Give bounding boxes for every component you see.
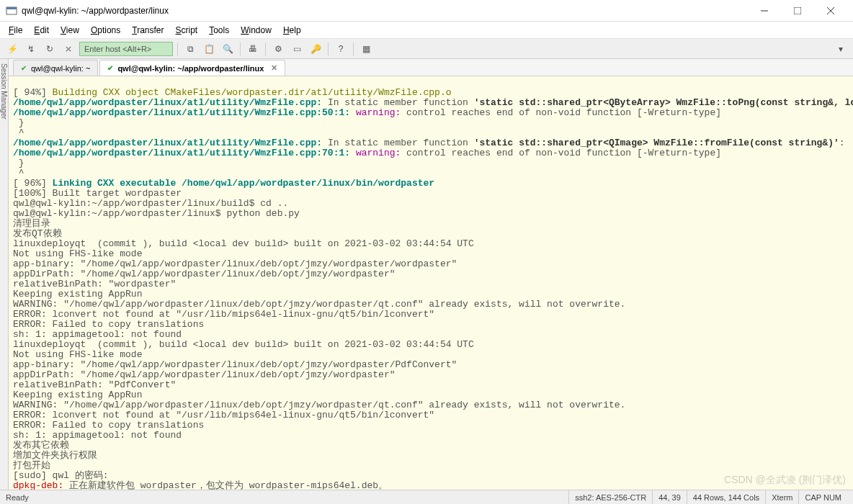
paste-icon[interactable]: 📋	[201, 41, 217, 57]
toolbar: ⚡ ↯ ↻ ⤫ Enter host <Alt+R> ⧉ 📋 🔍 🖶 ⚙ ▭ 🔑…	[0, 39, 853, 59]
menu-tools[interactable]: Tools	[209, 25, 229, 35]
title-bar: qwl@qwl-kylin: ~/app/wordpaster/linux	[0, 0, 853, 22]
svg-rect-1	[6, 7, 17, 9]
tab-session-2[interactable]: ✔ qwl@qwl-kylin: ~/app/wordpaster/linux …	[99, 60, 285, 76]
copy-icon[interactable]: ⧉	[182, 41, 198, 57]
tab-label: qwl@qwl-kylin: ~	[31, 64, 90, 73]
app-icon	[6, 5, 17, 17]
status-ready: Ready	[6, 493, 29, 502]
menu-file[interactable]: File	[9, 25, 22, 35]
menu-edit[interactable]: Edit	[34, 25, 49, 35]
help-icon[interactable]: ?	[333, 41, 349, 57]
disconnect-icon[interactable]: ⤫	[61, 41, 76, 57]
window-title: qwl@qwl-kylin: ~/app/wordpaster/linux	[22, 6, 748, 16]
close-button[interactable]	[814, 0, 847, 22]
menu-transfer[interactable]: Transfer	[132, 25, 164, 35]
status-dot-icon: ✔	[21, 64, 27, 72]
quick-connect-icon[interactable]: ↯	[23, 41, 39, 57]
session-icon[interactable]: ▭	[289, 41, 305, 57]
toggle-icon[interactable]: ▦	[358, 41, 374, 57]
status-dot-icon: ✔	[107, 64, 113, 72]
menu-bar: File Edit View Options Transfer Script T…	[0, 22, 853, 39]
minimize-button[interactable]	[748, 0, 781, 22]
menu-window[interactable]: Window	[241, 25, 272, 35]
menu-options[interactable]: Options	[91, 25, 120, 35]
keymap-icon[interactable]: 🔑	[308, 41, 323, 57]
maximize-button[interactable]	[781, 0, 814, 22]
status-connection: ssh2: AES-256-CTR	[568, 490, 652, 504]
tab-bar: ✔ qwl@qwl-kylin: ~ ✔ qwl@qwl-kylin: ~/ap…	[9, 59, 853, 76]
connect-icon[interactable]: ⚡	[4, 41, 20, 57]
session-manager-sidebar[interactable]: Session Manager	[0, 59, 9, 490]
close-tab-icon[interactable]: ✕	[271, 63, 277, 73]
status-cursor: 44, 39	[652, 490, 687, 504]
find-icon[interactable]: 🔍	[220, 41, 236, 57]
tab-label: qwl@qwl-kylin: ~/app/wordpaster/linux	[117, 64, 264, 73]
menu-help[interactable]: Help	[283, 25, 301, 35]
svg-rect-3	[794, 7, 801, 14]
options-icon[interactable]: ⚙	[270, 41, 286, 57]
print-icon[interactable]: 🖶	[245, 41, 261, 57]
menu-script[interactable]: Script	[176, 25, 198, 35]
toolbar-overflow-icon[interactable]: ▾	[833, 41, 849, 57]
status-bar: Ready ssh2: AES-256-CTR 44, 39 44 Rows, …	[0, 490, 853, 504]
host-input[interactable]: Enter host <Alt+R>	[79, 42, 173, 56]
status-size: 44 Rows, 144 Cols	[687, 490, 765, 504]
status-caps: CAP NUM	[798, 490, 847, 504]
menu-view[interactable]: View	[61, 25, 79, 35]
status-term: Xterm	[765, 490, 798, 504]
terminal-output[interactable]: [ 94%] Building CXX object CMakeFiles/wo…	[9, 76, 853, 490]
tab-session-1[interactable]: ✔ qwl@qwl-kylin: ~	[13, 60, 98, 76]
reconnect-icon[interactable]: ↻	[42, 41, 58, 57]
